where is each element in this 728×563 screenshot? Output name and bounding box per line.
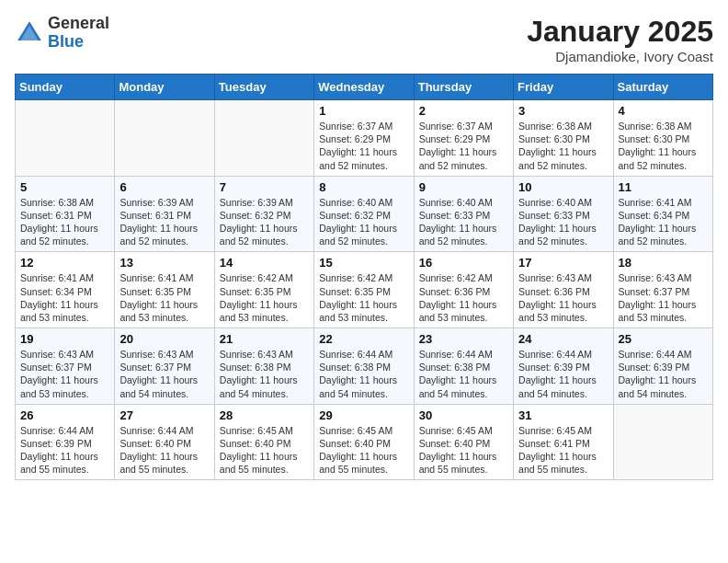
day-info: Sunrise: 6:40 AM Sunset: 6:32 PM Dayligh… <box>319 196 408 248</box>
day-info: Sunrise: 6:44 AM Sunset: 6:38 PM Dayligh… <box>319 348 408 400</box>
calendar-week-row: 5Sunrise: 6:38 AM Sunset: 6:31 PM Daylig… <box>16 176 713 252</box>
day-info: Sunrise: 6:41 AM Sunset: 6:34 PM Dayligh… <box>619 196 708 248</box>
calendar-cell: 20Sunrise: 6:43 AM Sunset: 6:37 PM Dayli… <box>115 328 214 405</box>
calendar-cell: 13Sunrise: 6:41 AM Sunset: 6:35 PM Dayli… <box>115 252 214 328</box>
calendar-cell: 6Sunrise: 6:39 AM Sunset: 6:31 PM Daylig… <box>115 176 214 252</box>
month-title: January 2025 <box>527 15 713 49</box>
calendar-cell: 7Sunrise: 6:39 AM Sunset: 6:32 PM Daylig… <box>214 176 313 252</box>
day-number: 8 <box>319 180 408 194</box>
day-info: Sunrise: 6:43 AM Sunset: 6:38 PM Dayligh… <box>220 348 309 400</box>
day-info: Sunrise: 6:45 AM Sunset: 6:40 PM Dayligh… <box>319 424 408 477</box>
day-number: 22 <box>319 332 408 346</box>
calendar-cell: 11Sunrise: 6:41 AM Sunset: 6:34 PM Dayli… <box>613 176 712 252</box>
day-of-week-header: Monday <box>115 75 214 100</box>
calendar-cell: 22Sunrise: 6:44 AM Sunset: 6:38 PM Dayli… <box>314 328 414 405</box>
calendar-cell: 10Sunrise: 6:40 AM Sunset: 6:33 PM Dayli… <box>514 176 613 252</box>
calendar-cell: 2Sunrise: 6:37 AM Sunset: 6:29 PM Daylig… <box>414 100 513 177</box>
calendar-cell: 28Sunrise: 6:45 AM Sunset: 6:40 PM Dayli… <box>214 404 313 480</box>
calendar-cell: 8Sunrise: 6:40 AM Sunset: 6:32 PM Daylig… <box>314 176 414 252</box>
calendar-cell: 15Sunrise: 6:42 AM Sunset: 6:35 PM Dayli… <box>314 252 414 328</box>
calendar-cell <box>613 404 712 480</box>
day-number: 19 <box>20 332 109 346</box>
day-number: 23 <box>419 332 508 346</box>
calendar: SundayMondayTuesdayWednesdayThursdayFrid… <box>15 74 713 480</box>
day-info: Sunrise: 6:37 AM Sunset: 6:29 PM Dayligh… <box>319 120 408 172</box>
day-info: Sunrise: 6:43 AM Sunset: 6:37 PM Dayligh… <box>20 348 109 400</box>
day-info: Sunrise: 6:44 AM Sunset: 6:39 PM Dayligh… <box>619 348 708 400</box>
calendar-cell <box>115 100 214 177</box>
calendar-cell: 30Sunrise: 6:45 AM Sunset: 6:40 PM Dayli… <box>414 404 513 480</box>
day-info: Sunrise: 6:37 AM Sunset: 6:29 PM Dayligh… <box>419 120 508 172</box>
location: Djamandioke, Ivory Coast <box>527 49 713 64</box>
day-number: 17 <box>518 256 608 270</box>
day-number: 11 <box>619 180 708 194</box>
day-info: Sunrise: 6:42 AM Sunset: 6:36 PM Dayligh… <box>419 271 508 324</box>
calendar-cell: 31Sunrise: 6:45 AM Sunset: 6:41 PM Dayli… <box>514 404 613 480</box>
day-info: Sunrise: 6:44 AM Sunset: 6:40 PM Dayligh… <box>119 424 209 477</box>
day-number: 21 <box>220 332 309 346</box>
day-number: 26 <box>20 408 109 422</box>
day-number: 25 <box>619 332 708 346</box>
calendar-cell: 21Sunrise: 6:43 AM Sunset: 6:38 PM Dayli… <box>214 328 313 405</box>
title-block: January 2025 Djamandioke, Ivory Coast <box>527 15 713 64</box>
day-number: 3 <box>518 104 608 118</box>
calendar-cell: 26Sunrise: 6:44 AM Sunset: 6:39 PM Dayli… <box>16 404 115 480</box>
calendar-week-row: 19Sunrise: 6:43 AM Sunset: 6:37 PM Dayli… <box>16 328 713 405</box>
day-number: 6 <box>119 180 209 194</box>
calendar-cell: 25Sunrise: 6:44 AM Sunset: 6:39 PM Dayli… <box>613 328 712 405</box>
day-info: Sunrise: 6:42 AM Sunset: 6:35 PM Dayligh… <box>319 271 408 324</box>
logo-text: General Blue <box>48 15 109 52</box>
day-info: Sunrise: 6:43 AM Sunset: 6:37 PM Dayligh… <box>619 271 708 324</box>
calendar-cell: 12Sunrise: 6:41 AM Sunset: 6:34 PM Dayli… <box>16 252 115 328</box>
day-number: 20 <box>119 332 209 346</box>
calendar-cell: 1Sunrise: 6:37 AM Sunset: 6:29 PM Daylig… <box>314 100 414 177</box>
day-of-week-header: Wednesday <box>314 75 414 100</box>
day-info: Sunrise: 6:40 AM Sunset: 6:33 PM Dayligh… <box>518 196 608 248</box>
day-number: 9 <box>419 180 508 194</box>
calendar-cell: 23Sunrise: 6:44 AM Sunset: 6:38 PM Dayli… <box>414 328 513 405</box>
day-info: Sunrise: 6:45 AM Sunset: 6:40 PM Dayligh… <box>419 424 508 477</box>
calendar-cell: 17Sunrise: 6:43 AM Sunset: 6:36 PM Dayli… <box>514 252 613 328</box>
logo: General Blue <box>15 15 109 52</box>
calendar-cell: 5Sunrise: 6:38 AM Sunset: 6:31 PM Daylig… <box>16 176 115 252</box>
day-number: 10 <box>518 180 608 194</box>
day-info: Sunrise: 6:39 AM Sunset: 6:31 PM Dayligh… <box>119 196 209 248</box>
day-info: Sunrise: 6:42 AM Sunset: 6:35 PM Dayligh… <box>220 271 309 324</box>
day-number: 31 <box>518 408 608 422</box>
day-of-week-header: Thursday <box>414 75 513 100</box>
calendar-cell: 9Sunrise: 6:40 AM Sunset: 6:33 PM Daylig… <box>414 176 513 252</box>
calendar-cell <box>214 100 313 177</box>
day-number: 14 <box>220 256 309 270</box>
calendar-cell: 29Sunrise: 6:45 AM Sunset: 6:40 PM Dayli… <box>314 404 414 480</box>
calendar-cell: 18Sunrise: 6:43 AM Sunset: 6:37 PM Dayli… <box>613 252 712 328</box>
day-info: Sunrise: 6:44 AM Sunset: 6:38 PM Dayligh… <box>419 348 508 400</box>
day-number: 16 <box>419 256 508 270</box>
page-header: General Blue January 2025 Djamandioke, I… <box>15 15 713 64</box>
day-number: 1 <box>319 104 408 118</box>
day-info: Sunrise: 6:44 AM Sunset: 6:39 PM Dayligh… <box>518 348 608 400</box>
day-info: Sunrise: 6:40 AM Sunset: 6:33 PM Dayligh… <box>419 196 508 248</box>
calendar-cell: 16Sunrise: 6:42 AM Sunset: 6:36 PM Dayli… <box>414 252 513 328</box>
calendar-cell: 14Sunrise: 6:42 AM Sunset: 6:35 PM Dayli… <box>214 252 313 328</box>
day-number: 7 <box>220 180 309 194</box>
day-info: Sunrise: 6:41 AM Sunset: 6:34 PM Dayligh… <box>20 271 109 324</box>
day-info: Sunrise: 6:43 AM Sunset: 6:37 PM Dayligh… <box>119 348 209 400</box>
calendar-cell: 24Sunrise: 6:44 AM Sunset: 6:39 PM Dayli… <box>514 328 613 405</box>
day-of-week-header: Sunday <box>16 75 115 100</box>
day-number: 12 <box>20 256 109 270</box>
calendar-cell: 4Sunrise: 6:38 AM Sunset: 6:30 PM Daylig… <box>613 100 712 177</box>
day-number: 2 <box>419 104 508 118</box>
logo-icon <box>15 18 44 48</box>
day-number: 24 <box>518 332 608 346</box>
day-info: Sunrise: 6:43 AM Sunset: 6:36 PM Dayligh… <box>518 271 608 324</box>
day-of-week-header: Saturday <box>613 75 712 100</box>
day-info: Sunrise: 6:38 AM Sunset: 6:30 PM Dayligh… <box>619 120 708 172</box>
day-number: 18 <box>619 256 708 270</box>
calendar-week-row: 12Sunrise: 6:41 AM Sunset: 6:34 PM Dayli… <box>16 252 713 328</box>
day-of-week-header: Tuesday <box>214 75 313 100</box>
day-number: 30 <box>419 408 508 422</box>
calendar-week-row: 1Sunrise: 6:37 AM Sunset: 6:29 PM Daylig… <box>16 100 713 177</box>
calendar-week-row: 26Sunrise: 6:44 AM Sunset: 6:39 PM Dayli… <box>16 404 713 480</box>
day-info: Sunrise: 6:44 AM Sunset: 6:39 PM Dayligh… <box>20 424 109 477</box>
calendar-cell <box>16 100 115 177</box>
